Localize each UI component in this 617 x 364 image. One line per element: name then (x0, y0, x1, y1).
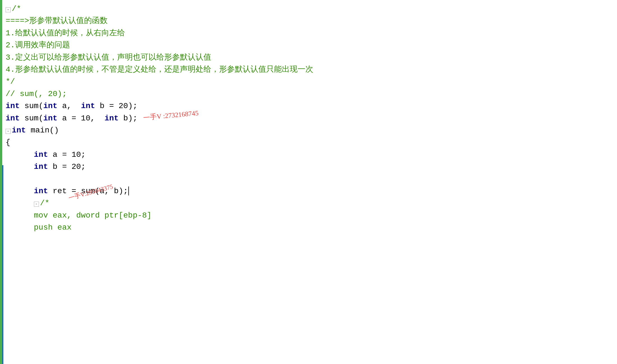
line-8: // sum(, 20); (6, 90, 67, 98)
line-11: -int main() (6, 126, 59, 135)
text-cursor (128, 186, 129, 195)
code-editor: -/* ====>形参带默认认值的函数 1.给默认认值的时候，从右向左给 2.调… (0, 0, 617, 364)
watermark-2: 一手V:2950⁠43375 (67, 182, 114, 203)
line-10: int sum(int a = 10, int b);一手V :27321687… (6, 114, 193, 123)
code-content: -/* ====>形参带默认认值的函数 1.给默认认值的时候，从右向左给 2.调… (0, 0, 617, 246)
fold-icon-comment[interactable]: - (34, 202, 39, 207)
line-12: { (6, 138, 10, 147)
line-16: int ret =一手V:2950⁠43375 sum(a, b); (6, 187, 129, 195)
line-7: */ (6, 77, 15, 86)
line-18: mov eax, dword ptr[ebp-8] (6, 211, 152, 220)
line-17: -/* (6, 199, 49, 207)
line-3: 1.给默认认值的时候，从右向左给 (6, 29, 125, 38)
fold-icon-main[interactable]: - (6, 129, 11, 134)
line-14: int b = 20; (6, 162, 86, 171)
line-6: 4.形参给默认认值的时候，不管是定义处给，还是声明处给，形参默认认值只能出现一次 (6, 65, 313, 74)
line-5: 3.定义出可以给形参默认认值，声明也可以给形参默认认值 (6, 53, 211, 62)
line-13: int a = 10; (6, 150, 86, 159)
line-4: 2.调用效率的问题 (6, 41, 70, 50)
line-1: -/* (6, 4, 21, 13)
fold-icon-1[interactable]: - (6, 7, 11, 12)
watermark-1: 一手V :2732168745 (143, 108, 199, 123)
line-19: push eax (6, 223, 71, 232)
line-9: int sum(int a, int b = 20); (6, 102, 138, 110)
line-2: ====>形参带默认认值的函数 (6, 17, 108, 25)
